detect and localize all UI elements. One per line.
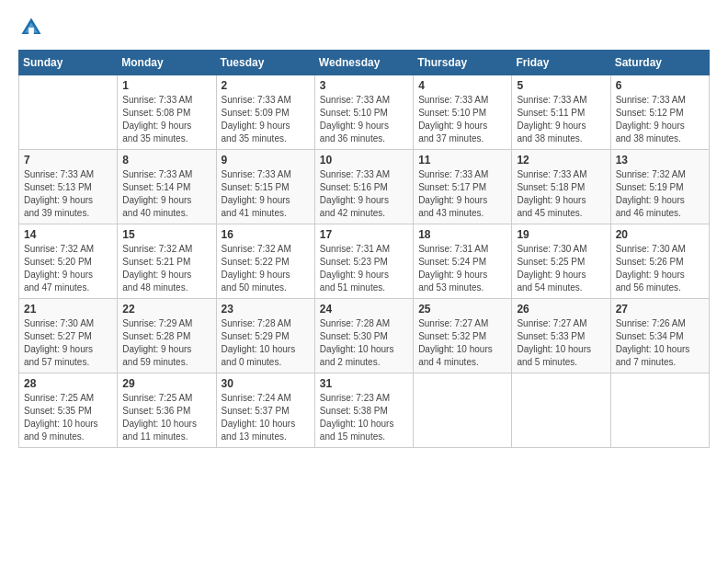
calendar-cell: 26Sunrise: 7:27 AMSunset: 5:33 PMDayligh… [512, 299, 610, 373]
day-number: 5 [517, 79, 605, 92]
day-number: 14 [24, 228, 112, 241]
calendar-cell [512, 373, 610, 448]
day-info: Sunrise: 7:30 AMSunset: 5:25 PMDaylight:… [517, 243, 605, 294]
day-number: 9 [222, 154, 310, 167]
weekday-header-tuesday: Tuesday [216, 51, 314, 75]
day-info: Sunrise: 7:32 AMSunset: 5:19 PMDaylight:… [616, 168, 704, 220]
day-number: 8 [122, 154, 210, 167]
weekday-header-saturday: Saturday [610, 51, 709, 75]
calendar-cell [19, 75, 118, 150]
day-info: Sunrise: 7:30 AMSunset: 5:26 PMDaylight:… [616, 243, 704, 294]
day-info: Sunrise: 7:25 AMSunset: 5:35 PMDaylight:… [24, 392, 112, 443]
day-info: Sunrise: 7:33 AMSunset: 5:18 PMDaylight:… [517, 168, 605, 220]
day-number: 2 [222, 79, 310, 92]
calendar-cell: 4Sunrise: 7:33 AMSunset: 5:10 PMDaylight… [414, 75, 512, 150]
calendar-cell: 1Sunrise: 7:33 AMSunset: 5:08 PMDaylight… [118, 75, 216, 150]
calendar-cell: 14Sunrise: 7:32 AMSunset: 5:20 PMDayligh… [19, 224, 118, 299]
day-info: Sunrise: 7:27 AMSunset: 5:33 PMDaylight:… [517, 317, 605, 369]
day-info: Sunrise: 7:33 AMSunset: 5:17 PMDaylight:… [418, 168, 506, 220]
calendar-cell: 2Sunrise: 7:33 AMSunset: 5:09 PMDaylight… [216, 75, 314, 150]
logo [18, 15, 48, 40]
day-number: 4 [418, 79, 506, 92]
calendar-cell: 9Sunrise: 7:33 AMSunset: 5:15 PMDaylight… [216, 150, 314, 224]
header [18, 15, 710, 40]
day-number: 30 [222, 377, 310, 390]
day-number: 15 [122, 228, 210, 241]
day-number: 18 [418, 228, 506, 241]
day-info: Sunrise: 7:33 AMSunset: 5:16 PMDaylight:… [320, 168, 408, 220]
day-number: 29 [122, 377, 210, 390]
day-number: 21 [24, 303, 112, 316]
day-number: 1 [122, 79, 210, 92]
day-number: 26 [517, 303, 605, 316]
day-number: 27 [616, 303, 704, 316]
calendar-cell: 25Sunrise: 7:27 AMSunset: 5:32 PMDayligh… [414, 299, 512, 373]
calendar-week-row: 1Sunrise: 7:33 AMSunset: 5:08 PMDaylight… [19, 75, 710, 150]
calendar-cell: 31Sunrise: 7:23 AMSunset: 5:38 PMDayligh… [314, 373, 413, 448]
day-info: Sunrise: 7:32 AMSunset: 5:22 PMDaylight:… [222, 243, 310, 294]
day-info: Sunrise: 7:33 AMSunset: 5:10 PMDaylight:… [418, 94, 506, 145]
day-info: Sunrise: 7:24 AMSunset: 5:37 PMDaylight:… [222, 392, 310, 443]
calendar-cell: 21Sunrise: 7:30 AMSunset: 5:27 PMDayligh… [19, 299, 118, 373]
day-info: Sunrise: 7:29 AMSunset: 5:28 PMDaylight:… [122, 317, 210, 369]
day-number: 3 [320, 79, 408, 92]
calendar-cell: 12Sunrise: 7:33 AMSunset: 5:18 PMDayligh… [512, 150, 610, 224]
day-number: 28 [24, 377, 112, 390]
day-number: 12 [517, 154, 605, 167]
calendar-cell: 18Sunrise: 7:31 AMSunset: 5:24 PMDayligh… [414, 224, 512, 299]
day-info: Sunrise: 7:33 AMSunset: 5:11 PMDaylight:… [517, 94, 605, 145]
day-number: 7 [24, 154, 112, 167]
day-number: 23 [222, 303, 310, 316]
weekday-header-sunday: Sunday [19, 51, 118, 75]
day-info: Sunrise: 7:28 AMSunset: 5:30 PMDaylight:… [320, 317, 408, 369]
calendar-cell: 6Sunrise: 7:33 AMSunset: 5:12 PMDaylight… [610, 75, 709, 150]
calendar-cell: 3Sunrise: 7:33 AMSunset: 5:10 PMDaylight… [314, 75, 413, 150]
day-number: 20 [616, 228, 704, 241]
calendar-cell: 15Sunrise: 7:32 AMSunset: 5:21 PMDayligh… [118, 224, 216, 299]
weekday-header-monday: Monday [118, 51, 216, 75]
calendar-cell [414, 373, 512, 448]
calendar-cell: 28Sunrise: 7:25 AMSunset: 5:35 PMDayligh… [19, 373, 118, 448]
day-number: 13 [616, 154, 704, 167]
calendar-page: SundayMondayTuesdayWednesdayThursdayFrid… [0, 0, 728, 563]
calendar-body: 1Sunrise: 7:33 AMSunset: 5:08 PMDaylight… [19, 75, 710, 448]
day-number: 31 [320, 377, 408, 390]
day-info: Sunrise: 7:33 AMSunset: 5:14 PMDaylight:… [122, 168, 210, 220]
day-info: Sunrise: 7:33 AMSunset: 5:12 PMDaylight:… [616, 94, 704, 145]
calendar-cell [610, 373, 709, 448]
calendar-week-row: 7Sunrise: 7:33 AMSunset: 5:13 PMDaylight… [19, 150, 710, 224]
calendar-cell: 29Sunrise: 7:25 AMSunset: 5:36 PMDayligh… [118, 373, 216, 448]
day-info: Sunrise: 7:32 AMSunset: 5:21 PMDaylight:… [122, 243, 210, 294]
day-number: 25 [418, 303, 506, 316]
calendar-cell: 10Sunrise: 7:33 AMSunset: 5:16 PMDayligh… [314, 150, 413, 224]
calendar-week-row: 14Sunrise: 7:32 AMSunset: 5:20 PMDayligh… [19, 224, 710, 299]
calendar-cell: 22Sunrise: 7:29 AMSunset: 5:28 PMDayligh… [118, 299, 216, 373]
weekday-header-row: SundayMondayTuesdayWednesdayThursdayFrid… [19, 51, 710, 75]
svg-rect-2 [28, 28, 34, 34]
day-info: Sunrise: 7:27 AMSunset: 5:32 PMDaylight:… [418, 317, 506, 369]
weekday-header-friday: Friday [512, 51, 610, 75]
day-number: 24 [320, 303, 408, 316]
calendar-week-row: 28Sunrise: 7:25 AMSunset: 5:35 PMDayligh… [19, 373, 710, 448]
calendar-cell: 7Sunrise: 7:33 AMSunset: 5:13 PMDaylight… [19, 150, 118, 224]
day-info: Sunrise: 7:31 AMSunset: 5:24 PMDaylight:… [418, 243, 506, 294]
day-info: Sunrise: 7:33 AMSunset: 5:08 PMDaylight:… [122, 94, 210, 145]
day-info: Sunrise: 7:33 AMSunset: 5:09 PMDaylight:… [222, 94, 310, 145]
calendar-cell: 30Sunrise: 7:24 AMSunset: 5:37 PMDayligh… [216, 373, 314, 448]
calendar-cell: 17Sunrise: 7:31 AMSunset: 5:23 PMDayligh… [314, 224, 413, 299]
day-number: 17 [320, 228, 408, 241]
calendar-header: SundayMondayTuesdayWednesdayThursdayFrid… [19, 51, 710, 75]
day-number: 6 [616, 79, 704, 92]
calendar-cell: 16Sunrise: 7:32 AMSunset: 5:22 PMDayligh… [216, 224, 314, 299]
day-number: 22 [122, 303, 210, 316]
weekday-header-thursday: Thursday [414, 51, 512, 75]
day-number: 11 [418, 154, 506, 167]
day-info: Sunrise: 7:23 AMSunset: 5:38 PMDaylight:… [320, 392, 408, 443]
calendar-cell: 24Sunrise: 7:28 AMSunset: 5:30 PMDayligh… [314, 299, 413, 373]
calendar-cell: 11Sunrise: 7:33 AMSunset: 5:17 PMDayligh… [414, 150, 512, 224]
calendar-week-row: 21Sunrise: 7:30 AMSunset: 5:27 PMDayligh… [19, 299, 710, 373]
logo-icon [18, 15, 44, 40]
day-number: 16 [222, 228, 310, 241]
calendar-table: SundayMondayTuesdayWednesdayThursdayFrid… [18, 50, 710, 448]
day-info: Sunrise: 7:28 AMSunset: 5:29 PMDaylight:… [222, 317, 310, 369]
